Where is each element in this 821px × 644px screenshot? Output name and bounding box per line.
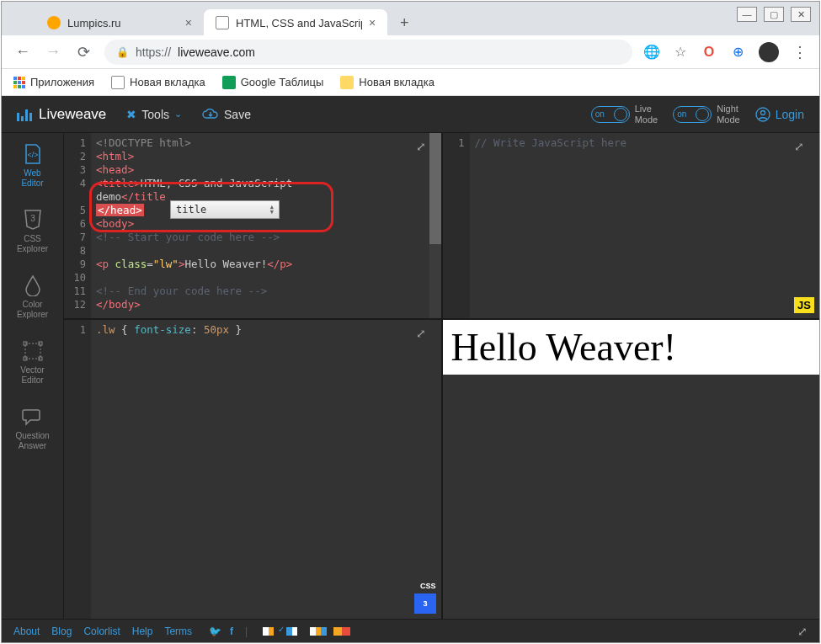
bookmark-label: Новая вкладка bbox=[130, 76, 205, 88]
line-gutter: 1 bbox=[64, 320, 91, 619]
facebook-icon[interactable]: f bbox=[230, 625, 233, 637]
save-button[interactable]: Save bbox=[202, 108, 251, 121]
live-mode-toggle[interactable]: on Live Mode bbox=[591, 104, 658, 124]
twitter-icon[interactable]: 🐦 bbox=[209, 625, 221, 637]
address-bar[interactable]: 🔒 https://liveweave.com bbox=[104, 40, 632, 65]
app-header: Liveweave ✖ Tools ⌄ Save on Live Mode on bbox=[2, 96, 819, 133]
expand-icon[interactable]: ⤢ bbox=[416, 327, 426, 340]
sheets-icon bbox=[222, 76, 236, 89]
footer-link-blog[interactable]: Blog bbox=[51, 625, 72, 637]
spinner-icon[interactable]: ▲▼ bbox=[270, 205, 274, 215]
tools-label: Tools bbox=[141, 108, 169, 121]
save-label: Save bbox=[224, 108, 251, 121]
layout-preset-1[interactable] bbox=[263, 627, 280, 636]
sidebar-label: CSS Explorer bbox=[17, 234, 48, 254]
code-file-icon: </> bbox=[22, 143, 44, 165]
drop-icon bbox=[22, 274, 44, 296]
footer-link-help[interactable]: Help bbox=[132, 625, 153, 637]
sidebar-item-vector-editor[interactable]: Vector Editor bbox=[2, 330, 63, 396]
svg-text:3: 3 bbox=[423, 599, 427, 608]
css-pane[interactable]: 1 .lw { font-size: 50px } ⤢ CSS 3 bbox=[64, 320, 441, 619]
svg-text:3: 3 bbox=[30, 214, 35, 223]
sidebar-label: Web Editor bbox=[21, 168, 43, 189]
sidebar-item-color-explorer[interactable]: Color Explorer bbox=[2, 264, 63, 330]
bookmark-item[interactable]: Google Таблицы bbox=[222, 76, 324, 89]
apps-icon bbox=[13, 77, 25, 88]
bookmark-label: Приложения bbox=[30, 76, 94, 88]
night-mode-toggle[interactable]: on Night Mode bbox=[673, 104, 740, 124]
footer-link-about[interactable]: About bbox=[13, 625, 40, 637]
new-tab-button[interactable]: + bbox=[392, 11, 416, 35]
logo-icon bbox=[17, 108, 32, 121]
favicon-icon bbox=[216, 16, 229, 29]
toggle-label: Night Mode bbox=[717, 104, 740, 124]
autocomplete-item[interactable]: title ▲▼ bbox=[171, 201, 279, 218]
browser-menu-button[interactable]: ⋮ bbox=[792, 43, 808, 61]
css-badge-label: CSS bbox=[420, 582, 436, 590]
maximize-button[interactable]: ▢ bbox=[764, 7, 784, 22]
preview-pane: Hello Weaver! bbox=[443, 320, 820, 619]
expand-icon[interactable]: ⤢ bbox=[416, 140, 426, 153]
line-gutter: 1234 56789101112 bbox=[64, 133, 91, 318]
globe-icon[interactable]: ⊕ bbox=[730, 45, 745, 60]
login-label: Login bbox=[776, 108, 804, 121]
toggle-state: on bbox=[595, 109, 605, 119]
login-button[interactable]: Login bbox=[755, 107, 804, 122]
css-val: 50px bbox=[204, 323, 229, 336]
logo[interactable]: Liveweave bbox=[17, 106, 106, 123]
reload-button[interactable]: ⟳ bbox=[74, 43, 93, 61]
sidebar-item-question-answer[interactable]: Question Answer bbox=[2, 396, 63, 461]
expand-icon[interactable]: ⤢ bbox=[794, 140, 804, 153]
minimize-button[interactable]: — bbox=[737, 7, 757, 22]
css-code[interactable]: .lw { font-size: 50px } bbox=[91, 320, 441, 619]
app-footer: About Blog Colorlist Help Terms 🐦 f | ⤢ bbox=[2, 619, 819, 642]
svg-rect-4 bbox=[25, 343, 40, 359]
forward-button[interactable]: → bbox=[44, 43, 62, 61]
back-button[interactable]: ← bbox=[13, 43, 32, 61]
chat-icon bbox=[22, 406, 44, 428]
sidebar-item-css-explorer[interactable]: 3 CSS Explorer bbox=[2, 199, 63, 264]
autocomplete-popup[interactable]: title ▲▼ bbox=[170, 200, 280, 219]
close-icon[interactable]: × bbox=[369, 16, 376, 29]
bookmark-item[interactable]: Новая вкладка bbox=[340, 76, 434, 89]
bookmark-item[interactable]: Новая вкладка bbox=[111, 76, 205, 89]
js-line: // Write JavaScript here bbox=[475, 136, 627, 149]
profile-avatar[interactable] bbox=[759, 42, 779, 62]
toggle-pill: on bbox=[591, 106, 630, 123]
scrollbar[interactable] bbox=[429, 133, 441, 318]
css-shield-icon: 3 bbox=[22, 209, 44, 231]
star-icon[interactable]: ☆ bbox=[673, 45, 688, 60]
js-pane[interactable]: 1 // Write JavaScript here ⤢ JS bbox=[443, 133, 820, 318]
opera-icon[interactable]: O bbox=[701, 45, 717, 60]
logo-text: Liveweave bbox=[39, 106, 106, 123]
page-icon bbox=[340, 76, 354, 89]
layout-preset-3[interactable] bbox=[310, 627, 327, 636]
sidebar-label: Color Explorer bbox=[17, 300, 48, 320]
bookmark-apps[interactable]: Приложения bbox=[13, 76, 94, 88]
cloud-icon bbox=[202, 109, 219, 120]
html-code[interactable]: <!DOCTYPE html> <html> <head> <title>HTM… bbox=[91, 133, 441, 318]
css-badge-icon: 3 bbox=[414, 593, 436, 614]
bookmark-label: Google Таблицы bbox=[241, 76, 324, 88]
close-window-button[interactable]: ✕ bbox=[791, 7, 811, 22]
css-prop: font-size bbox=[134, 323, 191, 336]
footer-link-colorlist[interactable]: Colorlist bbox=[83, 625, 120, 637]
browser-tab-liveweave[interactable]: HTML, CSS and JavaScript demo × bbox=[204, 9, 387, 36]
tab-title: Lumpics.ru bbox=[67, 17, 121, 29]
tools-menu[interactable]: ✖ Tools ⌄ bbox=[126, 108, 182, 121]
sidebar-item-web-editor[interactable]: </> Web Editor bbox=[2, 133, 63, 199]
bookmarks-bar: Приложения Новая вкладка Google Таблицы … bbox=[2, 69, 819, 96]
toggle-pill: on bbox=[673, 106, 712, 123]
layout-preset-4[interactable] bbox=[333, 627, 350, 636]
js-code[interactable]: // Write JavaScript here bbox=[470, 133, 820, 318]
browser-tab-lumpics[interactable]: Lumpics.ru × bbox=[35, 9, 204, 36]
close-icon[interactable]: × bbox=[185, 16, 192, 29]
html-pane[interactable]: 1234 56789101112 <!DOCTYPE html> <html> … bbox=[64, 133, 441, 318]
bookmark-label: Новая вкладка bbox=[359, 76, 434, 88]
translate-icon[interactable]: 🌐 bbox=[644, 45, 659, 60]
footer-link-terms[interactable]: Terms bbox=[164, 625, 192, 637]
wrench-icon: ✖ bbox=[126, 108, 136, 121]
doc-icon bbox=[111, 76, 125, 89]
expand-icon[interactable]: ⤢ bbox=[797, 625, 808, 638]
layout-preset-2[interactable] bbox=[286, 627, 303, 636]
